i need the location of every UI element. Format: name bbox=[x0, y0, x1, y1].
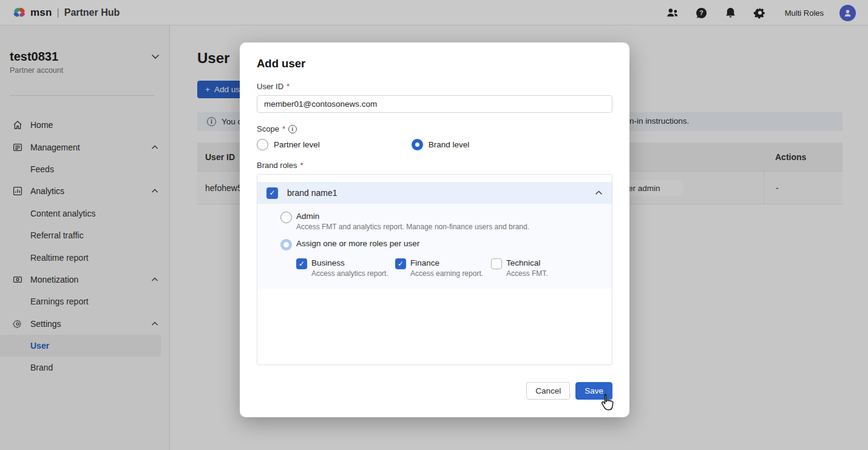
radio-selected-light-icon bbox=[280, 239, 292, 250]
brand-row[interactable]: ✓ brand name1 bbox=[257, 182, 612, 204]
scope-options: Partner level Brand level bbox=[257, 139, 612, 150]
finance-label: Finance bbox=[410, 258, 483, 267]
scope-label: Scope* i bbox=[257, 124, 612, 133]
business-description: Access analytics report. bbox=[311, 269, 388, 278]
checkbox-checked-icon: ✓ bbox=[395, 258, 406, 269]
checkbox-technical[interactable]: Technical Access FMT. bbox=[491, 258, 548, 278]
checkbox-finance[interactable]: ✓ Finance Access earning report. bbox=[395, 258, 491, 278]
assign-roles-label: Assign one or more roles per user bbox=[296, 239, 419, 248]
admin-role-description: Access FMT and analytics report. Manage … bbox=[296, 223, 529, 231]
chevron-up-icon[interactable] bbox=[595, 190, 603, 195]
checkbox-checked-icon: ✓ bbox=[296, 258, 307, 269]
dialog-title: Add user bbox=[257, 57, 612, 70]
technical-label: Technical bbox=[506, 258, 548, 267]
brand-roles-input-strip[interactable] bbox=[257, 175, 612, 182]
required-mark: * bbox=[287, 82, 290, 91]
brand-roles-label: Brand roles* bbox=[257, 161, 612, 170]
radio-brand-level[interactable]: Brand level bbox=[412, 139, 470, 150]
user-id-label: User ID* bbox=[257, 82, 612, 91]
add-user-dialog: Add user User ID* Scope* i Partner level… bbox=[240, 42, 629, 417]
user-id-input[interactable] bbox=[257, 95, 612, 113]
dialog-buttons: Cancel Save bbox=[526, 382, 612, 400]
radio-admin-role[interactable]: Admin Access FMT and analytics report. M… bbox=[280, 212, 612, 231]
scope-info-icon[interactable]: i bbox=[288, 125, 297, 133]
cancel-button[interactable]: Cancel bbox=[526, 382, 570, 400]
checkbox-unchecked-icon bbox=[491, 258, 502, 269]
brand-roles-panel: ✓ brand name1 Admin Access FMT and analy… bbox=[257, 174, 612, 365]
radio-assign-roles[interactable]: Assign one or more roles per user bbox=[280, 239, 612, 250]
business-label: Business bbox=[311, 258, 388, 267]
brand-roles-body: Admin Access FMT and analytics report. M… bbox=[257, 204, 612, 289]
save-button[interactable]: Save bbox=[575, 382, 612, 400]
role-checkboxes: ✓ Business Access analytics report. ✓ Fi… bbox=[280, 258, 612, 278]
radio-partner-level[interactable]: Partner level bbox=[257, 139, 320, 150]
checkbox-business[interactable]: ✓ Business Access analytics report. bbox=[296, 258, 395, 278]
app-window: msn | Partner Hub ? bbox=[0, 0, 868, 450]
brand-name: brand name1 bbox=[287, 188, 337, 198]
radio-selected-icon bbox=[412, 139, 423, 150]
admin-role-label: Admin bbox=[296, 212, 529, 221]
finance-description: Access earning report. bbox=[410, 269, 483, 278]
technical-description: Access FMT. bbox=[506, 269, 548, 278]
brand-checkbox-checked[interactable]: ✓ bbox=[266, 187, 278, 199]
radio-unselected-icon bbox=[257, 139, 268, 150]
radio-unselected-icon bbox=[280, 212, 292, 223]
